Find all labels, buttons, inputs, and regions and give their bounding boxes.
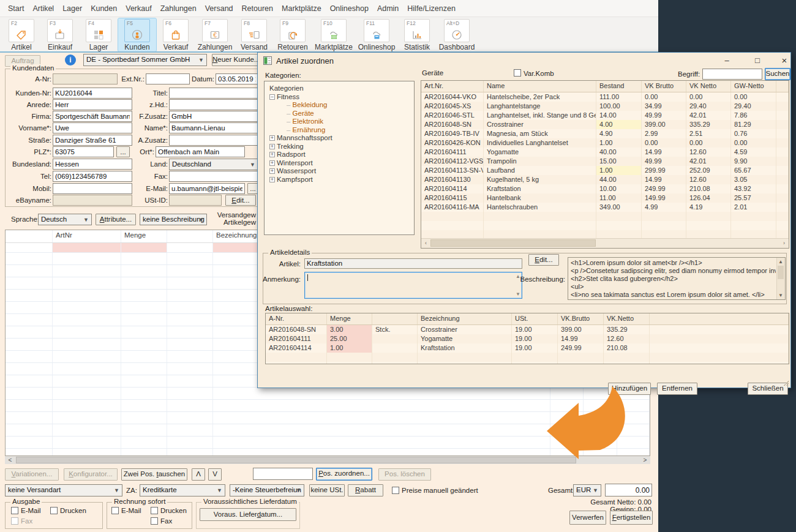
auswahl-col-header[interactable]: Menge bbox=[327, 313, 372, 324]
ustid-edit-button[interactable]: Edit... bbox=[225, 195, 256, 206]
field-plz-input[interactable] bbox=[53, 146, 114, 157]
field-mobil-input[interactable] bbox=[53, 183, 132, 194]
pos-loeschen-button[interactable]: Pos. löschen bbox=[378, 468, 431, 481]
neuer-kunde-button[interactable]: Neuer Kunde... bbox=[212, 54, 258, 66]
beschreibung-select[interactable]: keine Beschreibung▼ bbox=[140, 214, 207, 225]
menu-item-onlineshop[interactable]: Onlineshop bbox=[326, 4, 373, 13]
menu-item-zahlungen[interactable]: Zahlungen bbox=[156, 4, 201, 13]
articles-row[interactable]: AR2016045-XSLanghantelstange100.0034.992… bbox=[421, 102, 789, 111]
articles-table[interactable]: Art.Nr.NameBestandVK BruttoVK NettoGW-Ne… bbox=[421, 80, 789, 249]
articles-row[interactable]: AR2016044-VKOHantelscheibe, 2er Pack111.… bbox=[421, 92, 789, 102]
scroll-up-icon[interactable]: ▲ bbox=[778, 259, 783, 264]
rabatt-button[interactable]: Rabatt bbox=[348, 484, 383, 496]
collapse-icon[interactable]: − bbox=[269, 94, 275, 100]
dialog-titlebar[interactable]: Artikel zuordnen – □ × bbox=[258, 53, 790, 69]
toolbar-einkauf[interactable]: F3Einkauf bbox=[41, 18, 79, 51]
ausgabe-fax-checkbox[interactable] bbox=[11, 517, 18, 525]
toolbar-marktplätze[interactable]: F10Marktplätze bbox=[312, 18, 355, 51]
tree-item-ernährung[interactable]: – Ernährung bbox=[268, 126, 414, 135]
articles-col-header[interactable]: VK Netto bbox=[686, 81, 731, 92]
tree-item-trekking[interactable]: +Trekking bbox=[268, 143, 414, 151]
expand-icon[interactable]: + bbox=[269, 135, 275, 141]
tree-item-elektronik[interactable]: – Elektronik bbox=[268, 118, 414, 126]
tree-item-geräte[interactable]: – Geräte bbox=[268, 110, 414, 118]
rechnung-email-checkbox[interactable] bbox=[111, 507, 119, 514]
steuerbefreiung-select[interactable]: -Keine Steuerbefreiun▼ bbox=[230, 484, 304, 496]
menu-item-retouren[interactable]: Retouren bbox=[238, 4, 277, 13]
info-icon[interactable]: i bbox=[65, 54, 76, 66]
menu-item-hilfe-lizenzen[interactable]: Hilfe/Lizenzen bbox=[403, 4, 460, 13]
expand-icon[interactable]: + bbox=[269, 152, 275, 157]
tree-item-fitness[interactable]: −Fitness bbox=[268, 93, 414, 102]
customer-select[interactable]: DE - Sportbedarf Sommer GmbH▼ bbox=[83, 54, 207, 66]
menu-item-start[interactable]: Start bbox=[4, 4, 28, 13]
articles-row[interactable]: AR201604113-SN-VKLaufband1.00299.99252.0… bbox=[421, 166, 789, 175]
field-email-input[interactable] bbox=[169, 183, 245, 194]
menu-item-versand[interactable]: Versand bbox=[201, 4, 238, 13]
total-input[interactable] bbox=[605, 484, 652, 496]
articles-row[interactable]: AR201604115Hantelbank11.00149.99126.0425… bbox=[421, 193, 789, 203]
schliessen-button[interactable]: Schließen bbox=[748, 383, 788, 395]
field-azusatz-input[interactable] bbox=[169, 135, 258, 146]
positions-new-cell[interactable] bbox=[167, 243, 213, 252]
varkomb-checkbox[interactable] bbox=[514, 69, 521, 77]
toolbar-dashboard[interactable]: Alt+DDashboard bbox=[437, 18, 477, 51]
toolbar-retouren[interactable]: F9Retouren bbox=[274, 18, 312, 51]
field-tel-input[interactable] bbox=[53, 171, 132, 182]
menu-item-admin[interactable]: Admin bbox=[373, 4, 403, 13]
articles-col-header[interactable]: Art.Nr. bbox=[421, 81, 484, 92]
articles-col-header[interactable]: GW-Netto bbox=[731, 81, 776, 92]
scroll-down-icon[interactable]: ▼ bbox=[516, 291, 520, 297]
articles-row[interactable]: AR2016041130Kugelhantel, 5 kg44.0014.991… bbox=[421, 175, 789, 184]
articles-row[interactable]: AR20160426-KONIndividuelles Langhantelse… bbox=[421, 138, 789, 148]
scroll-left-icon[interactable]: < bbox=[6, 456, 14, 464]
field-firma-input[interactable] bbox=[53, 111, 132, 122]
konfigurator-button[interactable]: Konfigurator... bbox=[64, 468, 118, 481]
auswahl-col-header[interactable] bbox=[650, 313, 789, 324]
rechnung-drucken-checkbox[interactable] bbox=[151, 507, 158, 514]
entfernen-button[interactable]: Entfernen bbox=[657, 383, 697, 395]
scrollbar-thumb[interactable] bbox=[16, 457, 576, 463]
articles-row[interactable]: AR2016048-SNCrosstrainer4.00399.00335.29… bbox=[421, 120, 789, 129]
positions-new-cell[interactable] bbox=[53, 243, 121, 252]
scroll-left-icon[interactable]: ‹ bbox=[422, 239, 430, 247]
expand-icon[interactable]: + bbox=[269, 177, 275, 182]
auswahl-row[interactable]: AR2016048-SN3.00Stck.Crosstrainer19.0039… bbox=[266, 325, 789, 334]
sprache-select[interactable]: Deutsch▼ bbox=[38, 214, 92, 225]
toolbar-verkauf[interactable]: F6Verkauf bbox=[157, 18, 195, 51]
field-strasse-input[interactable] bbox=[53, 135, 132, 146]
toolbar-artikel[interactable]: F2Artikel bbox=[2, 18, 40, 51]
ausgabe-email-checkbox[interactable] bbox=[11, 507, 18, 514]
pos-zuordnen-button[interactable]: Pos. zuordnen... bbox=[316, 468, 372, 481]
positions-new-cell[interactable] bbox=[6, 243, 53, 252]
menu-item-lager[interactable]: Lager bbox=[58, 4, 86, 13]
auswahl-col-header[interactable]: VK.Brutto bbox=[558, 313, 604, 324]
tree-item-wassersport[interactable]: +Wassersport bbox=[268, 167, 414, 176]
articles-col-header[interactable]: Bestand bbox=[596, 81, 642, 92]
field-bundesland-input[interactable] bbox=[53, 159, 132, 170]
field-extnr-input[interactable] bbox=[146, 73, 190, 84]
field-fzusatz-input[interactable] bbox=[169, 111, 258, 122]
scroll-right-icon[interactable]: > bbox=[641, 456, 649, 464]
expand-icon[interactable]: + bbox=[269, 144, 275, 149]
zwei-pos-tauschen-button[interactable]: Zwei Pos. tauschen bbox=[121, 468, 187, 481]
ausgabe-drucken-checkbox[interactable] bbox=[50, 507, 58, 514]
field-zhd-input[interactable] bbox=[169, 99, 258, 110]
field-kundennr-input[interactable] bbox=[53, 88, 132, 99]
fertigstellen-button[interactable]: Fertigstellen bbox=[610, 511, 653, 525]
scrollbar-thumb[interactable] bbox=[778, 266, 784, 279]
menu-item-marktplätze[interactable]: Marktplätze bbox=[277, 4, 326, 13]
attribute-button[interactable]: Attribute... bbox=[96, 214, 136, 225]
positions-new-cell[interactable] bbox=[121, 243, 167, 252]
variationen-button[interactable]: Variationen... bbox=[5, 468, 59, 481]
move-up-button[interactable]: Λ bbox=[192, 468, 205, 481]
menu-item-kunden[interactable]: Kunden bbox=[86, 4, 121, 13]
tree-item-radsport[interactable]: +Radsport bbox=[268, 151, 414, 159]
artikelauswahl-table[interactable]: A-Nr.MengeBezeichnungUSt.VK.BruttoVK.Net… bbox=[265, 313, 789, 364]
auswahl-col-header[interactable]: Bezeichnung bbox=[418, 313, 512, 324]
tree-item-bekleidung[interactable]: – Bekleidung bbox=[268, 101, 414, 110]
field-land-select[interactable]: Deutschland▼ bbox=[169, 159, 258, 170]
toolbar-versand[interactable]: F8Versand bbox=[235, 18, 273, 51]
zahlungsart-select[interactable]: Kreditkarte▼ bbox=[140, 484, 225, 496]
tree-item-wintersport[interactable]: +Wintersport bbox=[268, 159, 414, 168]
